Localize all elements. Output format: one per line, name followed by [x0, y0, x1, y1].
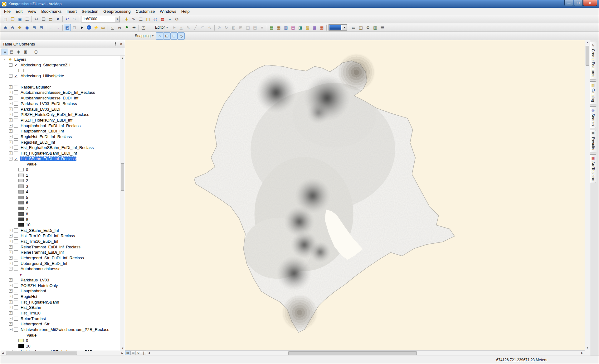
layer-visibility-checkbox[interactable]: ✓	[14, 157, 18, 161]
cut[interactable]: ✂	[33, 16, 40, 23]
search-window-toggle[interactable]: ◎	[152, 16, 159, 23]
layer-visibility-checkbox[interactable]	[14, 96, 18, 100]
menu-customize[interactable]: Customize	[133, 8, 157, 15]
expand-icon[interactable]: +	[9, 251, 12, 254]
dock-tab-catalog[interactable]: ▥Catalog	[590, 81, 596, 104]
scroll-left-arrow[interactable]: ◀	[146, 351, 151, 355]
layer-label[interactable]: Hauptbahnhof_EuDi_Inf	[20, 129, 65, 133]
expand-icon[interactable]: +	[9, 317, 12, 320]
layer-visibility-checkbox[interactable]	[14, 107, 18, 111]
python-window-toggle[interactable]: »	[166, 16, 173, 23]
rotate-tool[interactable]: ↻	[223, 24, 230, 31]
fixed-zoom-in[interactable]: ⊞	[31, 24, 38, 31]
legend-swatch[interactable]	[18, 179, 24, 182]
map-canvas[interactable]	[125, 40, 585, 350]
merge-tool[interactable]: ◫	[244, 24, 251, 31]
edit-annotation-tool[interactable]: ◬	[178, 24, 185, 31]
expand-icon[interactable]: +	[9, 135, 12, 138]
menu-view[interactable]: View	[25, 8, 39, 15]
list-by-visibility[interactable]: ◉	[15, 49, 22, 55]
layer-visibility-checkbox[interactable]	[14, 113, 18, 117]
collapse-icon[interactable]: −	[9, 267, 12, 271]
expand-icon[interactable]: +	[9, 311, 12, 315]
layer-visibility-checkbox[interactable]	[14, 284, 18, 288]
expand-icon[interactable]: +	[9, 240, 12, 243]
layer-label[interactable]: ReineTramhst	[20, 316, 47, 321]
layer-visibility-checkbox[interactable]	[14, 124, 18, 128]
expand-icon[interactable]: +	[9, 146, 12, 149]
scroll-up-arrow[interactable]: ▲	[120, 56, 125, 60]
toc-close-icon[interactable]: ✕	[120, 42, 123, 46]
open-document[interactable]: ❐	[9, 16, 16, 23]
legend-swatch[interactable]	[18, 339, 24, 342]
layer-label[interactable]: PISZH_HotelsOnly_EuDi_Inf	[20, 118, 73, 122]
layer-label[interactable]: Hauptbahnhof_EuDi_Inf_Reclass	[20, 123, 81, 128]
legend-swatch[interactable]	[18, 218, 24, 221]
arc-segment-tool[interactable]: ◠	[199, 24, 206, 31]
refresh-view-button[interactable]: ↻	[136, 351, 141, 355]
trace-tool[interactable]: ∿	[206, 24, 213, 31]
layer-label[interactable]: PISZH_HotelsOnly_EuDi_Inf_Reclass	[20, 112, 90, 117]
scroll-thumb[interactable]	[288, 351, 417, 355]
scroll-thumb[interactable]	[6, 352, 77, 355]
layer-label[interactable]: Abdeckung_StadtgrenzeZH	[20, 63, 71, 67]
snapping-menu[interactable]: Snapping▾	[132, 33, 156, 39]
expand-icon[interactable]: +	[9, 234, 12, 237]
expand-icon[interactable]: +	[9, 278, 12, 282]
sketch-properties[interactable]: ≡	[259, 24, 266, 31]
layer-label[interactable]: RegioHst_EuDi_Inf_Reclass	[20, 134, 73, 139]
menu-help[interactable]: Help	[179, 8, 192, 15]
catalog-window-toggle[interactable]: ◫	[144, 16, 152, 23]
hyperlink-tool[interactable]: ⚡	[92, 24, 100, 31]
collapse-icon[interactable]: −	[9, 74, 12, 78]
pan-tool[interactable]: ✥	[16, 24, 23, 31]
layer-label[interactable]: Parkhaus_LV03_EuDi_Reclass	[20, 101, 78, 106]
scroll-right-arrow[interactable]: ▶	[120, 351, 125, 356]
scroll-thumb[interactable]	[121, 163, 124, 191]
layer-visibility-checkbox[interactable]: ✓	[14, 74, 18, 78]
layer-visibility-checkbox[interactable]	[14, 245, 18, 249]
layer-visibility-checkbox[interactable]	[14, 118, 18, 122]
list-by-drawing-order[interactable]: ≡	[2, 49, 8, 55]
redo[interactable]: ↷	[71, 16, 78, 23]
raster-tool-6[interactable]: ▧	[304, 24, 311, 31]
layer-visibility-checkbox[interactable]	[14, 151, 18, 155]
legend-swatch[interactable]	[18, 344, 24, 348]
list-by-selection[interactable]: ▣	[22, 49, 29, 55]
table-of-contents-toggle[interactable]: ☰	[137, 16, 144, 23]
layer-label[interactable]: Uebergeord_Str_EuDi_Inf_Reclass	[20, 256, 85, 260]
layer-label[interactable]: Parkhaus_LV03	[20, 278, 50, 282]
layer-label[interactable]: RegioHst_EuDi_Inf	[20, 140, 56, 145]
expand-icon[interactable]: +	[9, 91, 12, 94]
expand-icon[interactable]: +	[9, 300, 12, 304]
layer-visibility-checkbox[interactable]	[14, 322, 18, 326]
layer-visibility-checkbox[interactable]	[14, 135, 18, 139]
layer-label[interactable]: ReineTramhst_EuDi_Inf_Reclass	[20, 245, 81, 249]
legend-swatch[interactable]	[18, 196, 24, 199]
layer-visibility-checkbox[interactable]	[14, 300, 18, 304]
layer-visibility-checkbox[interactable]	[14, 278, 18, 282]
save-document[interactable]: ▣	[16, 16, 23, 23]
expand-icon[interactable]: +	[9, 141, 12, 144]
layer-visibility-checkbox[interactable]	[14, 250, 18, 254]
pause-drawing-button[interactable]: ∥	[141, 351, 146, 355]
layer-label[interactable]: Hst_SBahn	[20, 305, 42, 310]
misc-tool-5[interactable]: ☰	[379, 24, 386, 31]
layer-visibility-checkbox[interactable]	[14, 295, 18, 299]
menu-insert[interactable]: Insert	[64, 8, 79, 15]
expand-icon[interactable]: +	[9, 151, 12, 155]
legend-swatch[interactable]	[18, 223, 24, 227]
copy[interactable]: ❏	[40, 16, 47, 23]
scroll-down-arrow[interactable]: ▼	[120, 346, 125, 351]
layer-label[interactable]: Hst_Trm10	[20, 311, 41, 315]
layer-label[interactable]: Autobahnanschluesse	[20, 266, 61, 271]
misc-tool-1[interactable]: ▭	[350, 24, 357, 31]
pin-icon[interactable]	[114, 42, 117, 46]
minimize-button[interactable]: —	[564, 0, 573, 6]
menu-windows[interactable]: Windows	[157, 8, 179, 15]
expand-icon[interactable]: +	[9, 245, 12, 249]
edit-tool[interactable]: ➤	[170, 24, 178, 31]
cut-polygons-tool[interactable]: ⊞	[237, 24, 244, 31]
dock-tab-search[interactable]: ◎Search	[590, 106, 596, 128]
layer-label[interactable]: RegioHst	[20, 294, 38, 299]
